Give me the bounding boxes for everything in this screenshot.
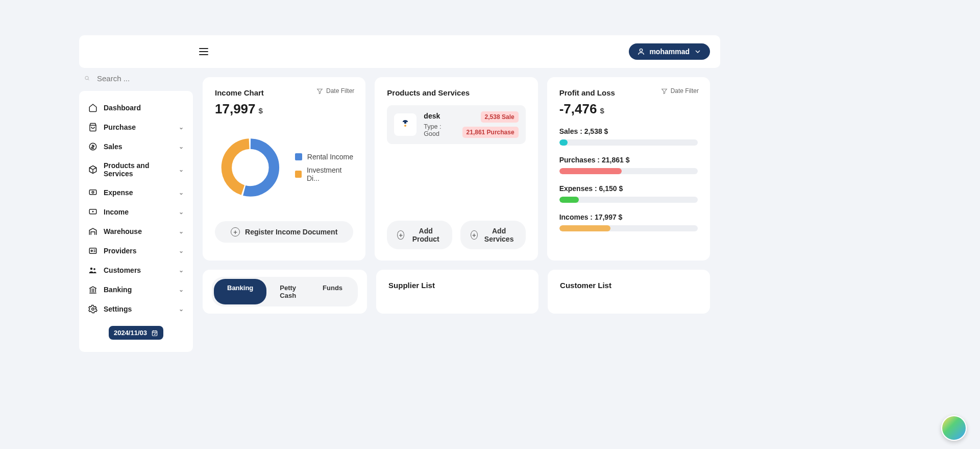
id-icon (88, 246, 97, 255)
chevron-down-icon: ⌄ (179, 286, 184, 293)
user-menu[interactable]: mohammad (629, 43, 710, 60)
customer-list-card: Customer List (548, 270, 710, 314)
search-input[interactable] (97, 74, 194, 83)
chart-legend: Rental Income Investment Di... (295, 148, 354, 187)
product-name: desk (424, 112, 455, 120)
accounts-tabs: Banking Petty Cash Funds (212, 277, 358, 306)
metric-bar (559, 197, 579, 203)
products-services-card: Products and Services desk Type : Good 2… (375, 77, 537, 261)
metric-bar (559, 139, 568, 146)
plus-icon: + (471, 230, 478, 240)
sidebar: Dashboard Purchase ⌄ Sales ⌄ Products an… (79, 91, 193, 352)
metric-incomes: Incomes : 17,997 $ (559, 213, 698, 231)
nav-banking[interactable]: Banking ⌄ (79, 280, 193, 299)
plus-icon: + (231, 227, 240, 237)
plus-icon: + (397, 230, 404, 240)
support-fab[interactable] (941, 415, 967, 441)
date-filter-button[interactable]: Date Filter (316, 87, 354, 94)
warehouse-icon (88, 227, 97, 236)
nav-label: Sales (104, 143, 122, 151)
income-value: 17,997 (215, 101, 256, 117)
nav-providers[interactable]: Providers ⌄ (79, 241, 193, 261)
main-content: Income Chart Date Filter 17,997 $ Rental… (203, 77, 710, 314)
search-bar (84, 73, 194, 83)
metric-bar (559, 225, 610, 231)
filter-label: Date Filter (326, 87, 354, 94)
currency-label: $ (600, 106, 604, 115)
nav-label: Products and Services (104, 161, 179, 178)
register-income-button[interactable]: + Register Income Document (215, 221, 353, 243)
svg-rect-3 (89, 190, 96, 195)
receipt-icon (88, 188, 97, 197)
metric-expenses: Expenses : 6,150 $ (559, 184, 698, 203)
purchase-tag: 21,861 Purchase (462, 127, 519, 138)
sidebar-date[interactable]: 2024/11/03 (109, 326, 163, 340)
nav-label: Customers (104, 266, 141, 274)
nav-customers[interactable]: Customers ⌄ (79, 261, 193, 280)
date-filter-button[interactable]: Date Filter (661, 87, 699, 94)
nav-products[interactable]: Products and Services ⌄ (79, 156, 193, 183)
card-title: Products and Services (387, 88, 525, 97)
box-icon (88, 165, 97, 174)
filter-label: Date Filter (671, 87, 699, 94)
date-text: 2024/11/03 (114, 329, 147, 337)
legend-item: Rental Income (295, 153, 354, 161)
tab-banking[interactable]: Banking (214, 279, 266, 304)
nav-label: Providers (104, 247, 137, 255)
nav-purchase[interactable]: Purchase ⌄ (79, 117, 193, 137)
tab-petty-cash[interactable]: Petty Cash (266, 279, 309, 304)
svg-point-8 (90, 268, 93, 270)
chevron-down-icon: ⌄ (179, 305, 184, 313)
legend-color-icon (295, 153, 302, 160)
nav-label: Settings (104, 305, 132, 313)
calendar-icon (151, 329, 158, 337)
add-product-button[interactable]: + Add Product (387, 221, 452, 249)
sale-tag: 2,538 Sale (481, 111, 519, 123)
nav-label: Income (104, 208, 129, 216)
people-icon (88, 266, 97, 275)
button-label: Add Product (409, 227, 442, 243)
metric-label: Expenses : 6,150 $ (559, 184, 698, 193)
nav-label: Banking (104, 286, 132, 294)
product-item[interactable]: desk Type : Good 2,538 Sale 21,861 Purch… (387, 105, 525, 144)
chevron-down-icon (694, 48, 702, 56)
supplier-list-card: Supplier List (376, 270, 538, 314)
chevron-down-icon: ⌄ (179, 189, 184, 196)
nav-dashboard[interactable]: Dashboard (79, 98, 193, 117)
search-icon (84, 73, 90, 83)
metric-purchases: Purchases : 21,861 $ (559, 156, 698, 174)
svg-point-7 (91, 250, 92, 252)
add-services-button[interactable]: + Add Services (460, 221, 526, 249)
chevron-down-icon: ⌄ (179, 247, 184, 254)
button-label: Add Services (483, 227, 516, 243)
metric-bar (559, 168, 622, 174)
tab-funds[interactable]: Funds (309, 279, 356, 304)
chevron-down-icon: ⌄ (179, 143, 184, 150)
svg-point-4 (92, 191, 94, 193)
nav-expense[interactable]: Expense ⌄ (79, 183, 193, 202)
tab-label: Banking (227, 284, 253, 292)
nav-income[interactable]: Income ⌄ (79, 202, 193, 222)
nav-sales[interactable]: Sales ⌄ (79, 137, 193, 156)
legend-label: Rental Income (307, 153, 353, 161)
donut-chart (219, 134, 282, 201)
income-chart-card: Income Chart Date Filter 17,997 $ Rental… (203, 77, 365, 261)
menu-toggle[interactable] (199, 48, 208, 55)
nav-label: Purchase (104, 123, 136, 131)
dollar-icon (88, 142, 97, 151)
button-label: Register Income Document (245, 228, 337, 236)
user-name: mohammad (649, 48, 690, 56)
svg-point-0 (640, 49, 643, 52)
nav-settings[interactable]: Settings ⌄ (79, 299, 193, 319)
bank-icon (88, 285, 97, 294)
nav-label: Expense (104, 188, 133, 197)
filter-icon (661, 88, 668, 94)
currency-label: $ (259, 106, 263, 115)
nav-warehouse[interactable]: Warehouse ⌄ (79, 222, 193, 241)
legend-item: Investment Di... (295, 166, 354, 182)
nav-label: Warehouse (104, 227, 142, 235)
svg-point-1 (85, 76, 88, 79)
tab-label: Petty Cash (280, 284, 296, 299)
income-icon (88, 207, 97, 217)
legend-label: Investment Di... (307, 166, 353, 182)
